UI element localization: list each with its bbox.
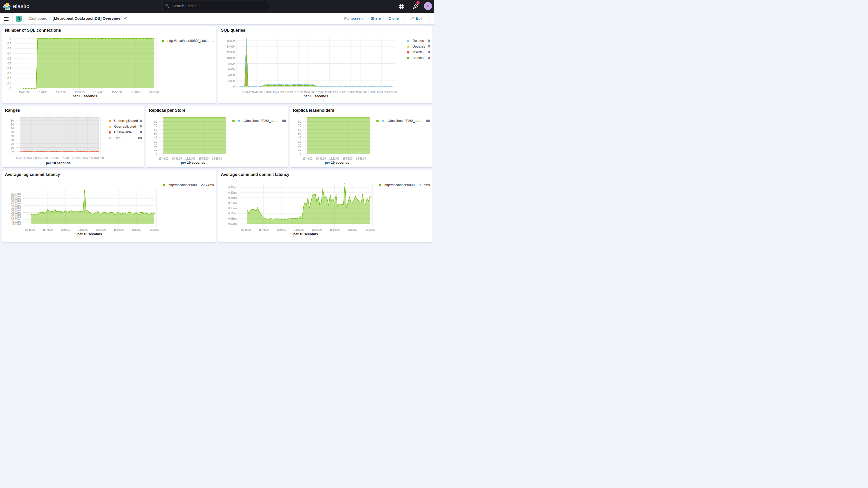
chart-legend: Deletes0Updates0Inserts0Selects0 xyxy=(407,38,430,61)
svg-text:50: 50 xyxy=(11,131,14,134)
chart-legend: http://localhost:808...22.74ms xyxy=(163,182,214,188)
edit-button[interactable]: Edit xyxy=(403,15,430,22)
menu-icon-bar xyxy=(4,20,8,21)
svg-text:50: 50 xyxy=(298,132,301,135)
notification-badge xyxy=(416,1,420,4)
svg-text:15:48:00: 15:48:00 xyxy=(27,157,37,159)
svg-text:30: 30 xyxy=(11,139,14,141)
svg-text:15:48:00: 15:48:00 xyxy=(262,91,272,94)
legend-series-value: 1 xyxy=(212,38,214,44)
svg-text:15:49:00: 15:49:00 xyxy=(273,91,283,94)
full-screen-button[interactable]: Full screen xyxy=(344,17,363,21)
svg-text:15:56:00: 15:56:00 xyxy=(345,91,355,94)
elastic-logo-icon[interactable] xyxy=(3,3,11,10)
svg-text:0.8: 0.8 xyxy=(7,47,11,50)
svg-text:1: 1 xyxy=(10,37,11,40)
svg-text:15:56:00: 15:56:00 xyxy=(114,228,124,231)
svg-text:80: 80 xyxy=(11,119,14,122)
svg-text:15:46:00: 15:46:00 xyxy=(303,157,313,160)
svg-text:15:52:00: 15:52:00 xyxy=(329,157,339,160)
svg-text:15:50:00: 15:50:00 xyxy=(283,91,293,94)
svg-text:15:56:00: 15:56:00 xyxy=(71,157,82,159)
svg-text:6,000: 6,000 xyxy=(228,68,235,71)
svg-text:15:51:00: 15:51:00 xyxy=(293,91,304,94)
svg-text:70: 70 xyxy=(11,123,14,126)
menu-icon[interactable] xyxy=(4,17,8,21)
svg-text:15:56:00: 15:56:00 xyxy=(330,228,340,231)
legend-series-label: Inserts xyxy=(412,49,423,55)
breadcrumb-dashboard-link[interactable]: Dashboard xyxy=(28,16,47,21)
legend-series-label: Unavailable xyxy=(114,129,132,135)
svg-text:0: 0 xyxy=(300,152,301,155)
chart-legend: http://localhost:8080/_sta...89 xyxy=(376,118,430,124)
svg-text:0.3: 0.3 xyxy=(7,72,11,75)
panel-replica-leaseholders: Replica leaseholders0102030405060708015:… xyxy=(290,106,432,167)
svg-text:15:47:00: 15:47:00 xyxy=(252,91,262,94)
svg-text:15:52:00: 15:52:00 xyxy=(294,228,304,231)
clone-button[interactable]: Clone xyxy=(389,17,399,21)
svg-text:15:54:00: 15:54:00 xyxy=(324,91,335,94)
legend-item: Inserts0 xyxy=(407,49,430,55)
chart-avg-log-commit-latency: 0.00ms5.00ms10.00ms15.00ms20.00ms25.00ms… xyxy=(2,170,216,243)
svg-text:15:58:00: 15:58:00 xyxy=(347,228,358,231)
svg-text:15:54:00: 15:54:00 xyxy=(96,228,106,231)
svg-text:15:49:00: 15:49:00 xyxy=(172,157,182,160)
svg-text:15:46:00: 15:46:00 xyxy=(25,228,35,231)
svg-text:0.15ms: 0.15ms xyxy=(228,207,237,210)
legend-series-dot xyxy=(376,120,379,122)
svg-text:16:00:00: 16:00:00 xyxy=(149,91,159,94)
legend-series-dot xyxy=(108,120,111,122)
svg-text:per 10 seconds: per 10 seconds xyxy=(304,94,328,98)
svg-text:per 10 seconds: per 10 seconds xyxy=(46,161,71,165)
svg-text:0.2: 0.2 xyxy=(7,77,11,80)
legend-series-dot xyxy=(108,131,111,133)
svg-text:per 10 seconds: per 10 seconds xyxy=(325,160,349,164)
svg-text:15:55:00: 15:55:00 xyxy=(198,157,209,160)
chart-avg-command-commit-latency: 0.00ms0.05ms0.10ms0.15ms0.20ms0.25ms0.30… xyxy=(218,170,432,243)
svg-text:16,000: 16,000 xyxy=(227,39,235,42)
svg-text:80: 80 xyxy=(154,120,157,123)
chart-legend: http://localhost:8080/_stat...1 xyxy=(162,38,214,44)
brand-wordmark: elastic xyxy=(13,3,29,10)
legend-series-value: 22.74ms xyxy=(201,182,214,188)
chart-sql-connections: 00.10.20.30.40.50.60.70.80.9115:46:0015:… xyxy=(2,26,216,104)
svg-text:15:50:00: 15:50:00 xyxy=(277,228,287,231)
pencil-icon xyxy=(411,17,414,20)
search-input[interactable]: Search Elastic xyxy=(162,2,269,10)
chart-legend: Underreplicated0Overreplicated0Unavailab… xyxy=(108,118,142,141)
legend-series-label: Total xyxy=(114,135,121,141)
svg-text:15:52:00: 15:52:00 xyxy=(49,157,59,159)
legend-item: Total89 xyxy=(108,135,142,141)
dashboard-app-icon[interactable]: D xyxy=(16,16,22,22)
breadcrumb-separator: / xyxy=(47,16,53,21)
legend-series-label: Underreplicated xyxy=(114,118,138,124)
legend-item: Underreplicated0 xyxy=(108,118,142,124)
legend-item: http://localhost:808...22.74ms xyxy=(163,182,214,188)
top-header: elastic Search Elastic r xyxy=(0,0,434,13)
panel-avg-command-commit-latency: Average command commit latency0.00ms0.05… xyxy=(218,170,432,243)
svg-text:30: 30 xyxy=(298,140,301,143)
edit-button-label: Edit xyxy=(416,17,422,21)
user-avatar[interactable]: r xyxy=(424,2,432,10)
help-icon[interactable] xyxy=(398,3,405,10)
svg-text:0.6: 0.6 xyxy=(7,57,11,60)
svg-text:15:53:00: 15:53:00 xyxy=(314,91,324,94)
svg-text:0.5: 0.5 xyxy=(7,62,11,65)
svg-text:0: 0 xyxy=(233,85,235,88)
legend-series-value: 89 xyxy=(282,118,286,124)
legend-item: http://localhost:8080/_stat...1 xyxy=(162,38,214,44)
svg-text:15:57:00: 15:57:00 xyxy=(356,91,366,94)
legend-series-dot xyxy=(108,125,111,128)
legend-series-label: http://localhost:808... xyxy=(168,182,199,188)
svg-text:15:54:00: 15:54:00 xyxy=(60,157,70,159)
svg-text:15:48:00: 15:48:00 xyxy=(258,228,269,231)
svg-text:0.7: 0.7 xyxy=(7,52,11,55)
svg-text:60: 60 xyxy=(154,128,157,131)
check-icon[interactable] xyxy=(124,17,128,20)
panel-sql-connections: Number of SQL connections00.10.20.30.40.… xyxy=(2,26,216,104)
svg-text:15:49:00: 15:49:00 xyxy=(316,157,326,160)
svg-text:15:50:00: 15:50:00 xyxy=(61,228,71,231)
svg-text:15:52:00: 15:52:00 xyxy=(304,91,314,94)
svg-text:65.00ms: 65.00ms xyxy=(11,192,21,195)
share-button[interactable]: Share xyxy=(371,17,381,21)
